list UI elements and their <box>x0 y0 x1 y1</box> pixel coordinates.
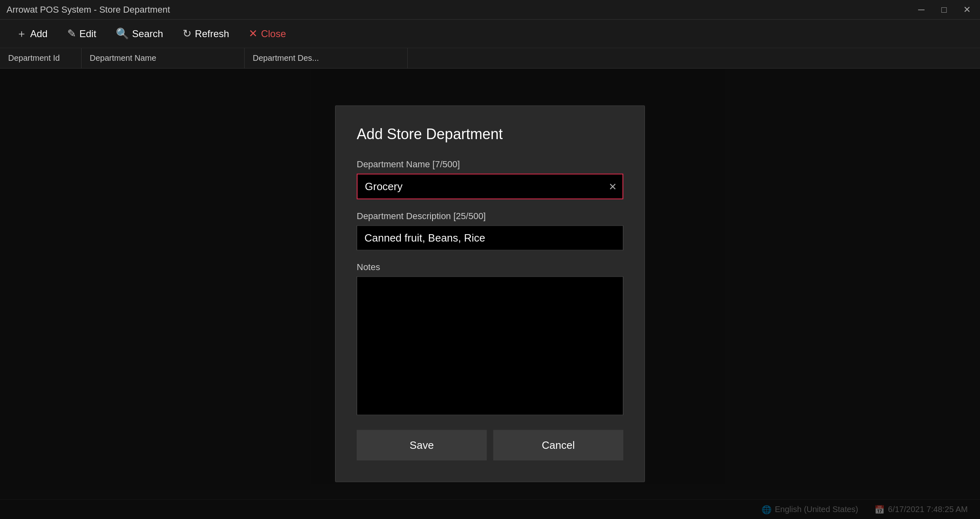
add-department-modal: Add Store Department Department Name [7/… <box>335 106 645 482</box>
window-controls: ─ □ ✕ <box>915 5 973 14</box>
close-icon: ✕ <box>249 27 258 40</box>
dept-desc-group: Department Description [25/500] <box>357 211 623 251</box>
edit-icon: ✎ <box>67 27 76 40</box>
dept-name-label: Department Name [7/500] <box>357 159 623 170</box>
refresh-button[interactable]: ↻ Refresh <box>174 22 237 46</box>
close-button[interactable]: ✕ Close <box>241 22 294 46</box>
main-content: Add Store Department Department Name [7/… <box>0 69 980 519</box>
notes-label: Notes <box>357 262 623 273</box>
close-label: Close <box>261 28 286 40</box>
table-header: Department Id Department Name Department… <box>0 48 980 69</box>
maximize-button[interactable]: □ <box>938 5 951 14</box>
col-department-id: Department Id <box>0 48 82 68</box>
add-label: Add <box>30 28 48 40</box>
dept-name-group: Department Name [7/500] ✕ <box>357 159 623 200</box>
modal-title: Add Store Department <box>357 126 623 143</box>
toolbar: ＋ Add ✎ Edit 🔍 Search ↻ Refresh ✕ Close <box>0 20 980 48</box>
add-button[interactable]: ＋ Add <box>8 22 56 46</box>
refresh-icon: ↻ <box>183 27 192 40</box>
add-icon: ＋ <box>16 27 27 41</box>
save-button[interactable]: Save <box>357 430 487 461</box>
cancel-button[interactable]: Cancel <box>493 430 623 461</box>
dept-name-input[interactable] <box>357 174 623 200</box>
dept-desc-input[interactable] <box>357 226 623 251</box>
modal-footer: Save Cancel <box>357 430 623 461</box>
col-department-name: Department Name <box>82 48 245 68</box>
refresh-label: Refresh <box>195 28 229 40</box>
dept-name-wrapper: ✕ <box>357 174 623 200</box>
dept-name-clear-button[interactable]: ✕ <box>609 182 617 191</box>
dept-desc-label: Department Description [25/500] <box>357 211 623 222</box>
search-label: Search <box>132 28 163 40</box>
title-bar: Arrowat POS System - Store Department ─ … <box>0 0 980 20</box>
search-button[interactable]: 🔍 Search <box>108 22 171 46</box>
window-title: Arrowat POS System - Store Department <box>7 4 915 15</box>
edit-label: Edit <box>79 28 96 40</box>
window-close-button[interactable]: ✕ <box>960 5 973 14</box>
edit-button[interactable]: ✎ Edit <box>59 22 104 46</box>
notes-group: Notes <box>357 262 623 417</box>
search-icon: 🔍 <box>116 27 129 40</box>
col-department-desc: Department Des... <box>245 48 408 68</box>
minimize-button[interactable]: ─ <box>915 5 928 14</box>
notes-input[interactable] <box>357 277 623 415</box>
